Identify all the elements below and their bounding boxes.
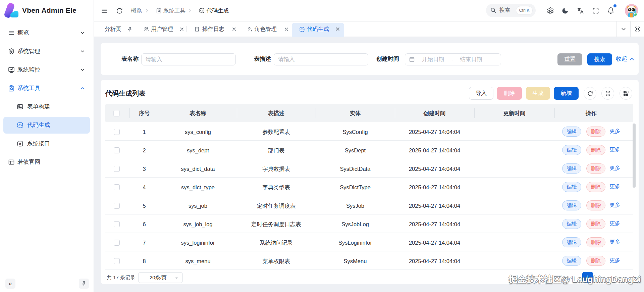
svg-text:If: If [19,142,21,146]
